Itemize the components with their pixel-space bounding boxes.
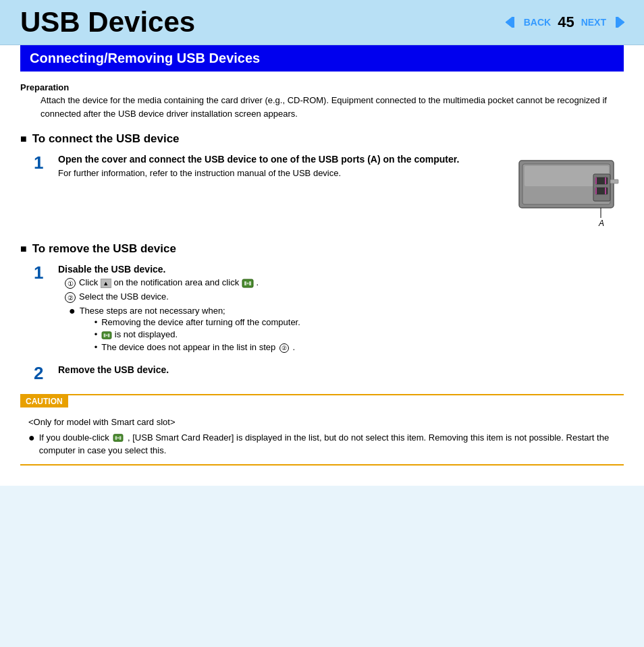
svg-text:A: A bbox=[598, 219, 604, 228]
usb-device-illustration: A bbox=[512, 154, 620, 228]
svg-rect-27 bbox=[119, 437, 122, 440]
svg-rect-18 bbox=[244, 281, 246, 285]
svg-point-28 bbox=[117, 437, 119, 439]
svg-rect-14 bbox=[610, 179, 618, 184]
notification-arrow-icon: ▲ bbox=[101, 279, 111, 288]
back-label[interactable]: BACK bbox=[524, 17, 551, 28]
svg-rect-23 bbox=[108, 333, 110, 337]
caution-label: CAUTION bbox=[20, 395, 68, 407]
connect-step1-title: Open the cover and connect the USB devic… bbox=[58, 154, 495, 165]
connect-step1-sub: For further information, refer to the in… bbox=[58, 167, 495, 180]
svg-marker-3 bbox=[618, 17, 624, 28]
section-heading: Connecting/Removing USB Devices bbox=[20, 45, 624, 72]
caution-bullet-text1: If you double-click bbox=[39, 432, 109, 443]
svg-rect-26 bbox=[115, 437, 117, 440]
svg-rect-19 bbox=[249, 281, 251, 285]
sub-bullet-3: • The device does not appear in the list… bbox=[95, 342, 300, 353]
svg-rect-22 bbox=[104, 333, 106, 337]
svg-point-20 bbox=[246, 282, 248, 284]
remove-substep2: ② Select the USB device. bbox=[65, 291, 624, 303]
caution-bullet-text2: , [USB Smart Card Reader] is displayed i… bbox=[39, 432, 609, 456]
connect-step1-content: Open the cover and connect the USB devic… bbox=[58, 154, 624, 230]
page-header: USB Devices BACK 45 NEXT bbox=[0, 0, 644, 45]
remove-step2-number: 2 bbox=[34, 364, 58, 382]
sub-bullets: • Removing the device after turning off … bbox=[95, 317, 300, 353]
remove-heading: To remove the USB device bbox=[20, 242, 624, 256]
svg-rect-13 bbox=[605, 188, 606, 194]
preparation-text: Attach the device for the media containi… bbox=[41, 94, 624, 120]
page-title: USB Devices bbox=[20, 7, 195, 38]
svg-rect-1 bbox=[512, 17, 514, 28]
connect-heading: To connect the USB device bbox=[20, 132, 624, 146]
circle-1: ① bbox=[65, 278, 76, 289]
caution-subtext: <Only for model with Smart card slot> bbox=[28, 417, 616, 427]
bullet-dot-1: ● bbox=[69, 306, 76, 316]
remove-step1: 1 Disable the USB device. ① Click ▲ on t… bbox=[34, 264, 624, 358]
remove-step2-content: Remove the USB device. bbox=[58, 364, 624, 377]
caution-box: CAUTION <Only for model with Smart card … bbox=[20, 394, 624, 466]
remove-step1-content: Disable the USB device. ① Click ▲ on the… bbox=[58, 264, 624, 358]
svg-rect-11 bbox=[605, 177, 606, 184]
bullet1-text: These steps are not necessary when; bbox=[80, 306, 225, 316]
substep1-text2: on the notification area and click bbox=[113, 277, 241, 287]
page-number: 45 bbox=[558, 13, 574, 31]
sub-bullet-1: • Removing the device after turning off … bbox=[95, 317, 300, 327]
preparation-label: Preparation bbox=[20, 82, 624, 92]
connect-step1-number: 1 bbox=[34, 154, 58, 171]
main-content: Connecting/Removing USB Devices Preparat… bbox=[0, 45, 644, 486]
caution-bullet-item: ● If you double-click , [USB Smart Card … bbox=[28, 431, 616, 457]
svg-marker-0 bbox=[506, 17, 512, 28]
substep2-text: Select the USB device. bbox=[79, 291, 169, 302]
usb-icon-3 bbox=[113, 433, 124, 443]
remove-step2-title: Remove the USB device. bbox=[58, 364, 624, 375]
remove-substep1: ① Click ▲ on the notification area and c… bbox=[65, 277, 624, 289]
circle-2: ② bbox=[65, 292, 76, 303]
usb-image-area: A bbox=[509, 154, 624, 230]
caution-content: <Only for model with Smart card slot> ● … bbox=[20, 413, 624, 464]
remove-bullet1: ● These steps are not necessary when; • … bbox=[69, 306, 624, 355]
substep1-text3: . bbox=[256, 277, 259, 287]
back-button[interactable] bbox=[500, 14, 520, 30]
remove-step2: 2 Remove the USB device. bbox=[34, 364, 624, 382]
remove-step1-number: 1 bbox=[34, 264, 58, 281]
nav-controls: BACK 45 NEXT bbox=[500, 13, 630, 31]
next-label[interactable]: NEXT bbox=[581, 17, 606, 28]
usb-icon bbox=[242, 278, 254, 289]
circle-2-ref: ② bbox=[279, 343, 289, 353]
svg-point-24 bbox=[106, 334, 108, 336]
svg-rect-12 bbox=[595, 188, 597, 194]
usb-icon-2 bbox=[101, 331, 112, 340]
connect-step1: 1 Open the cover and connect the USB dev… bbox=[34, 154, 624, 230]
remove-substeps: ① Click ▲ on the notification area and c… bbox=[65, 277, 624, 355]
svg-rect-10 bbox=[595, 177, 597, 184]
substep1-text1: Click bbox=[79, 277, 101, 287]
sub-bullet-2: • bbox=[95, 329, 300, 340]
next-button[interactable] bbox=[610, 14, 630, 30]
remove-step1-title: Disable the USB device. bbox=[58, 264, 624, 275]
